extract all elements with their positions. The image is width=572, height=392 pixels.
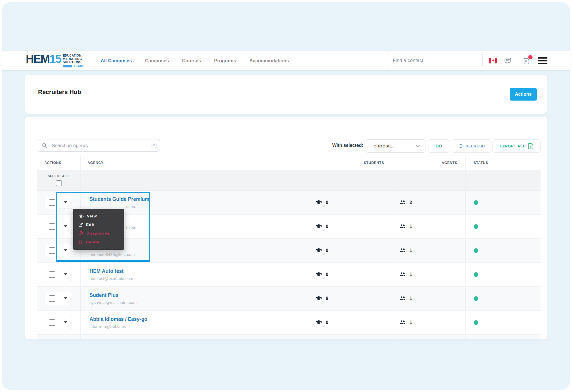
row-dropdown-button[interactable] [59,292,72,305]
with-selected-label: With selected: [326,143,363,148]
agency-email: r.com [126,204,307,209]
menu-item-edit[interactable]: Edit [73,220,124,229]
caret-down-icon [64,201,67,203]
row-dropdown-button[interactable] [59,220,72,233]
row-actions-control [45,268,72,281]
caret-down-icon [64,297,67,299]
select-all-checkbox[interactable] [56,180,62,186]
graduation-cap-icon [316,296,322,301]
caret-down-icon [64,321,67,323]
header-agents: AGENTS [392,156,465,170]
excel-file-icon [528,143,533,149]
nav-item-all-campuses[interactable]: All Campuses [101,58,132,63]
agents-people-icon [400,224,406,229]
agency-email: jabarrera@abbla.es [90,324,307,329]
nav-item-accommodations[interactable]: Accommodations [249,58,289,63]
header-students: STUDENTS [307,156,392,170]
top-navigation-bar: HEM15 EDUCATION MARKETING SOLUTIONS YEAR… [2,51,570,70]
agency-name-link[interactable]: Students Guide Premium [90,196,307,202]
edit-icon [78,222,83,227]
row-actions-control [45,220,72,233]
agents-count: 1 [410,320,412,325]
agency-search-input[interactable] [37,139,160,152]
agents-count: 2 [410,200,412,205]
menu-item-delete[interactable]: Delete [73,238,124,247]
students-count: 0 [326,248,328,253]
caret-down-icon [64,225,67,227]
logo-years-pill [63,65,72,67]
refresh-button[interactable]: REFRESH [452,139,491,153]
table-header-row: ACTIONS AGENCY STUDENTS AGENTS STATUS [37,156,541,170]
agency-name-link[interactable]: Sudent Plus [90,292,307,298]
row-dropdown-button[interactable] [59,316,72,329]
row-dropdown-button[interactable] [59,244,72,257]
row-dropdown-button[interactable] [59,268,72,281]
header-actions: ACTIONS [37,156,80,170]
nav-item-courses[interactable]: Courses [182,58,201,63]
row-checkbox[interactable] [49,271,55,278]
row-checkbox[interactable] [49,223,55,230]
circle-x-icon [78,231,83,236]
find-contact-input[interactable] [387,54,483,67]
select-all-row: SELECT ALL [37,170,541,191]
status-dot [474,224,478,229]
menu-item-unapprove[interactable]: Unapprove [73,229,124,238]
select-all-label: SELECT ALL [48,174,69,178]
row-checkbox[interactable] [49,319,55,326]
export-all-button[interactable]: EXPORT ALL [492,139,541,153]
graduation-cap-icon [316,320,322,325]
chevron-down-icon [416,145,420,147]
status-dot [474,200,478,205]
actions-button[interactable]: Actions [510,88,537,101]
logo-wordmark: HEM15 [26,53,61,65]
status-dot [474,272,478,277]
row-checkbox[interactable] [49,199,55,206]
main-nav: All CampusesCampusesCoursesProgramsAccom… [101,51,289,70]
menu-item-view[interactable]: View [73,212,124,220]
row-actions-control [45,244,72,257]
nav-item-programs[interactable]: Programs [214,58,236,63]
hem-logo[interactable]: HEM15 EDUCATION MARKETING SOLUTIONS YEAR… [26,53,84,68]
graduation-cap-icon [316,224,322,229]
row-actions-menu: View Edit Unapprove Delete [73,209,124,250]
graduation-cap-icon [316,248,322,253]
bulk-action-select[interactable]: CHOOSE... [366,139,426,153]
search-icon [41,143,47,148]
agents-people-icon [400,200,406,205]
table-row-partial [37,335,541,339]
chat-icon[interactable] [504,57,512,66]
canada-flag-icon[interactable] [489,58,497,63]
hamburger-icon[interactable] [538,57,547,64]
agents-people-icon [400,296,406,301]
row-checkbox[interactable] [49,247,55,254]
agents-people-icon [400,320,406,325]
status-dot [474,248,478,253]
agency-name-link[interactable]: Abbla Idiomas / Easy-go [90,316,307,322]
agents-people-icon [400,248,406,253]
notepad-icon[interactable] [523,57,530,66]
agency-email: hemtest@example.com [90,276,307,281]
students-count: 0 [326,320,328,325]
agency-name-link[interactable]: HEM Auto test [90,268,307,274]
students-count: 0 [326,200,328,205]
graduation-cap-icon [316,272,322,277]
page-header-card: Recruiters Hub Actions [25,75,547,114]
agency-email: hemauto3433@test.com [90,252,307,257]
agents-people-icon [400,272,406,277]
agency-email: t.com [126,225,307,230]
agency-email: sysavuja@mailinator.com [90,300,307,305]
table-row: HEM Auto test hemtest@example.com 0 1 [37,263,541,287]
nav-item-campuses[interactable]: Campuses [145,58,169,63]
go-button[interactable]: GO [428,139,450,153]
notification-dot [528,55,533,59]
refresh-icon [458,144,463,149]
agents-count: 1 [410,248,412,253]
students-count: 0 [326,272,328,277]
students-count: 9 [326,296,328,301]
header-status: STATUS [465,156,541,170]
row-actions-control [45,292,72,305]
row-dropdown-button[interactable] [59,196,72,209]
clear-search-icon[interactable]: ✕ [151,143,157,148]
row-checkbox[interactable] [49,295,55,302]
table-row: Abbla Idiomas / Easy-go jabarrera@abbla.… [37,311,541,335]
